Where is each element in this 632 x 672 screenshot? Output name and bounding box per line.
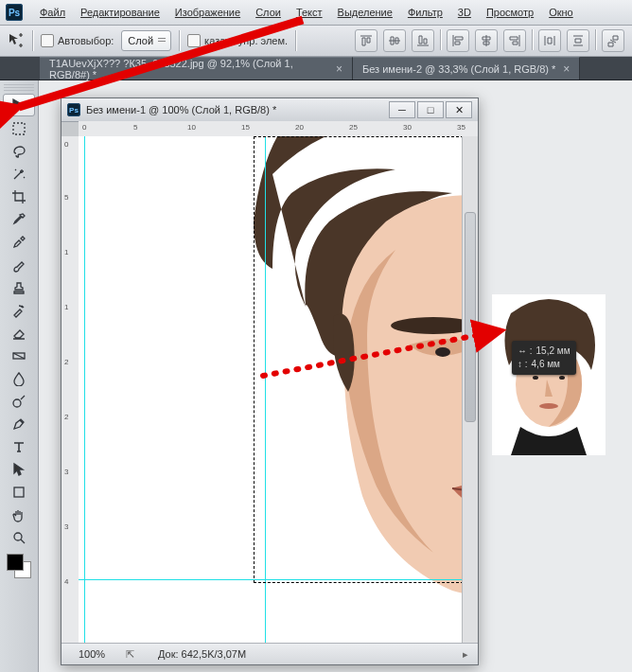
dx-label: ↔ : — [518, 345, 533, 358]
healing-brush-tool[interactable] — [4, 232, 34, 253]
tools-panel — [0, 80, 39, 672]
canvas-image-2 — [492, 294, 606, 455]
align-left-button[interactable] — [447, 29, 469, 52]
show-transform-controls-checkbox[interactable]: казать упр. элем. — [187, 34, 288, 47]
ruler-horizontal[interactable]: 0 5 10 15 20 25 30 35 — [79, 121, 478, 137]
tab-label: Без имени-2 @ 33,3% (Слой 1, RGB/8) * — [362, 63, 555, 75]
selection-marquee — [254, 136, 463, 583]
svg-point-10 — [559, 376, 565, 380]
history-brush-tool[interactable] — [4, 300, 34, 321]
auto-select-label: Автовыбор: — [58, 35, 114, 46]
document-tab-2[interactable]: Без имени-2 @ 33,3% (Слой 1, RGB/8) * × — [353, 57, 580, 80]
canvas[interactable] — [79, 136, 463, 644]
document-size-readout[interactable]: Док: 642,5K/3,07M — [158, 648, 246, 660]
move-tool-icon — [8, 32, 25, 49]
menu-layer[interactable]: Слои — [248, 4, 289, 21]
separator — [440, 29, 441, 50]
svg-point-2 — [13, 399, 21, 407]
align-vcenter-button[interactable] — [383, 29, 406, 52]
close-button[interactable]: ✕ — [446, 101, 472, 118]
svg-point-11 — [539, 403, 558, 409]
magic-wand-tool[interactable] — [4, 164, 34, 185]
status-bar: 100% ⇱ Док: 642,5K/3,07M ▸ — [61, 643, 478, 664]
menu-image[interactable]: Изображение — [167, 4, 248, 21]
share-icon[interactable]: ⇱ — [122, 648, 137, 661]
marquee-tool[interactable] — [4, 118, 34, 139]
minimize-button[interactable]: ─ — [389, 101, 415, 118]
zoom-level[interactable]: 100% — [61, 648, 122, 660]
maximize-button[interactable]: □ — [417, 101, 444, 118]
distribute-h-button[interactable] — [538, 29, 561, 52]
svg-point-4 — [14, 533, 22, 540]
document-tabs: T1AUevXjX??? ?К35_055522.jpg @ 92,1% (Сл… — [0, 57, 632, 80]
menu-view[interactable]: Просмотр — [479, 4, 541, 21]
menu-type[interactable]: Текст — [289, 4, 330, 21]
menu-edit[interactable]: Редактирование — [73, 4, 167, 21]
measurement-tooltip: ↔ :15,2 мм ↕ :4,6 мм — [512, 341, 576, 375]
panel-grip[interactable] — [4, 83, 34, 91]
ruler-vertical[interactable]: 0 5 1 1 2 2 3 3 4 — [61, 136, 79, 644]
window-title-bar[interactable]: Ps Без имени-1 @ 100% (Слой 1, RGB/8) * … — [61, 98, 478, 122]
separator — [595, 29, 596, 50]
align-buttons — [355, 29, 624, 52]
scrollbar-vertical[interactable] — [462, 136, 478, 644]
svg-point-9 — [533, 376, 538, 380]
menu-select[interactable]: Выделение — [330, 4, 400, 21]
dx-value: 15,2 мм — [536, 345, 571, 358]
menu-bar: Ps Файл Редактирование Изображение Слои … — [0, 0, 632, 26]
separator — [295, 30, 296, 51]
checkbox-icon — [41, 34, 54, 47]
align-right-button[interactable] — [503, 29, 526, 52]
shape-tool[interactable] — [4, 482, 34, 503]
document-tab-1[interactable]: T1AUevXjX??? ?К35_055522.jpg @ 92,1% (Сл… — [40, 57, 353, 80]
type-tool[interactable] — [4, 436, 34, 457]
document-window[interactable]: Ps Без имени-1 @ 100% (Слой 1, RGB/8) * … — [61, 97, 479, 665]
guide-vertical[interactable] — [84, 136, 85, 644]
stamp-tool[interactable] — [4, 277, 34, 298]
foreground-color-swatch[interactable] — [7, 554, 24, 571]
menu-file[interactable]: Файл — [32, 4, 73, 21]
dodge-tool[interactable] — [4, 391, 34, 412]
menu-3d[interactable]: 3D — [450, 4, 479, 21]
menu-filter[interactable]: Фильтр — [400, 4, 450, 21]
checkbox-icon — [187, 34, 201, 47]
svg-rect-3 — [14, 487, 24, 497]
gradient-tool[interactable] — [4, 345, 34, 366]
scrollbar-thumb[interactable] — [465, 212, 476, 422]
lasso-tool[interactable] — [4, 141, 34, 162]
close-icon[interactable]: × — [336, 62, 342, 76]
move-tool[interactable] — [3, 94, 35, 116]
window-title: Без имени-1 @ 100% (Слой 1, RGB/8) * — [86, 104, 389, 115]
dy-value: 4,6 мм — [532, 358, 560, 371]
eyedropper-tool[interactable] — [4, 209, 34, 230]
hand-tool[interactable] — [4, 504, 34, 525]
work-area: Ps Без имени-1 @ 100% (Слой 1, RGB/8) * … — [0, 80, 632, 672]
separator — [32, 30, 33, 51]
tab-label: T1AUevXjX??? ?К35_055522.jpg @ 92,1% (Сл… — [49, 58, 328, 80]
zoom-tool[interactable] — [4, 527, 34, 548]
window-icon: Ps — [67, 103, 80, 116]
crop-tool[interactable] — [4, 186, 34, 207]
color-swatches[interactable] — [7, 554, 31, 578]
align-top-button[interactable] — [355, 29, 377, 52]
svg-rect-0 — [13, 123, 25, 134]
arrange-button[interactable] — [602, 29, 624, 52]
auto-select-checkbox[interactable]: Автовыбор: — [41, 34, 114, 47]
dy-label: ↕ : — [518, 358, 528, 371]
menu-window[interactable]: Окно — [541, 4, 581, 21]
options-bar: Автовыбор: Слой казать упр. элем. — [0, 26, 632, 57]
path-select-tool[interactable] — [4, 459, 34, 480]
eraser-tool[interactable] — [4, 323, 34, 344]
app-logo: Ps — [6, 4, 23, 21]
align-bottom-button[interactable] — [412, 29, 434, 52]
show-controls-label: казать упр. элем. — [204, 35, 288, 46]
close-icon[interactable]: × — [563, 62, 570, 76]
layer-group-select[interactable]: Слой — [121, 30, 171, 51]
status-menu-button[interactable]: ▸ — [463, 648, 468, 661]
distribute-v-button[interactable] — [567, 29, 589, 52]
blur-tool[interactable] — [4, 368, 34, 389]
pen-tool[interactable] — [4, 414, 34, 434]
separator — [532, 29, 533, 50]
brush-tool[interactable] — [4, 255, 34, 275]
align-hcenter-button[interactable] — [475, 29, 498, 52]
